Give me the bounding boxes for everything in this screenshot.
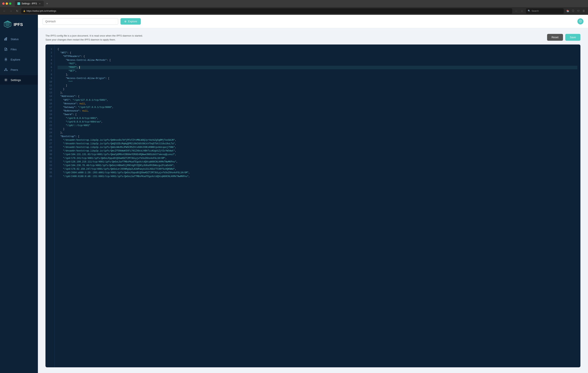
sidebar-item-status[interactable]: Status xyxy=(0,34,38,44)
code-line: "Bootstrap": [ xyxy=(58,135,578,138)
traffic-lights xyxy=(2,2,11,5)
code-line: "/ip6/2604:a880:1:20::203:d001/tcp/4001/… xyxy=(58,171,578,175)
line-number: 26 xyxy=(48,138,52,142)
svg-point-15 xyxy=(5,59,6,60)
forward-button[interactable]: → xyxy=(8,9,13,13)
code-line: } xyxy=(58,87,578,91)
svg-point-17 xyxy=(4,70,5,71)
svg-line-19 xyxy=(5,70,6,70)
tab-close-button[interactable]: ✕ xyxy=(38,2,41,5)
line-number: 9 xyxy=(48,77,52,80)
ipfs-logo-icon xyxy=(4,21,11,29)
line-number: 25 xyxy=(48,135,52,138)
sidebar-item-settings[interactable]: Settings xyxy=(0,75,38,85)
app-container: IPFS Status xyxy=(0,15,588,373)
line-number: 27 xyxy=(48,142,52,145)
line-number: 2 xyxy=(48,51,52,55)
explore-button[interactable]: ⊕ Explore xyxy=(120,18,141,25)
explore-input[interactable] xyxy=(42,18,118,25)
code-line: "/ip6/::/tcp/4001" xyxy=(58,124,578,127)
back-button[interactable]: ← xyxy=(2,9,7,13)
code-line: ] xyxy=(58,84,578,87)
explore-icon xyxy=(4,57,8,62)
svg-point-18 xyxy=(7,70,7,71)
code-line: { xyxy=(58,48,578,51)
line-number: 10 xyxy=(48,80,52,84)
code-line: "NoAnnounce": null, xyxy=(58,109,578,113)
reset-button[interactable]: Reset xyxy=(547,34,563,41)
line-number: 8 xyxy=(48,73,52,76)
info-button[interactable]: ⓘ xyxy=(578,18,583,24)
files-icon xyxy=(4,47,8,51)
code-line: "Access-Control-Allow-Origin": [ xyxy=(58,77,578,80)
sidebar-navigation: Status Files xyxy=(0,34,38,85)
library-icon[interactable]: 📚 xyxy=(565,9,570,13)
minimize-traffic-light[interactable] xyxy=(6,2,8,5)
code-content[interactable]: { "API": { "HTTPHeaders": { "Access-Cont… xyxy=(54,44,580,367)
sidebar-item-peers[interactable]: Peers xyxy=(0,65,38,74)
fullscreen-traffic-light[interactable] xyxy=(9,2,11,5)
code-line: "/ip4/0.0.0.0/tcp/4004/ws", xyxy=(58,120,578,124)
identity-icon[interactable]: ⓘ xyxy=(571,9,576,13)
code-line: "/ip4/104.131.131.82/tcp/4001/ipfs/QmaCp… xyxy=(58,153,578,156)
code-line: "PUT", xyxy=(58,62,578,66)
sidebar: IPFS Status xyxy=(0,15,38,373)
code-line: "/ip4/128.199.219.111/tcp/4001/ipfs/QmSo… xyxy=(58,160,578,164)
sidebar-item-files[interactable]: Files xyxy=(0,44,38,54)
close-traffic-light[interactable] xyxy=(2,2,5,5)
more-options-icon[interactable]: ··· xyxy=(514,9,519,13)
shield-icon[interactable]: 🛡 xyxy=(576,9,581,13)
line-number: 23 xyxy=(48,127,52,131)
code-line: "/dnsaddr/bootstrap.libp2p.io/ipfs/QmNno… xyxy=(58,138,578,142)
line-number: 33 xyxy=(48,164,52,167)
hamburger-menu-icon[interactable]: ☰ xyxy=(581,9,586,13)
code-line: "Announce": null, xyxy=(58,102,578,106)
code-line: "/dnsaddr/bootstrap.libp2p.io/ipfs/QmcZf… xyxy=(58,149,578,153)
line-number: 32 xyxy=(48,160,52,164)
line-number: 28 xyxy=(48,145,52,149)
line-number: 30 xyxy=(48,153,52,156)
code-line: ], xyxy=(58,73,578,76)
line-number: 34 xyxy=(48,167,52,171)
svg-point-16 xyxy=(5,68,6,70)
code-line: "GET", xyxy=(58,69,578,73)
chart-icon xyxy=(4,37,8,41)
code-editor[interactable]: 1234567891011121314151617181920212223242… xyxy=(45,44,580,367)
code-line: "API": "/ip4/127.0.0.1/tcp/5001", xyxy=(58,98,578,102)
code-line: "Access-Control-Allow-Methods": [ xyxy=(58,59,578,62)
bookmark-icon[interactable]: ☆ xyxy=(519,9,524,13)
line-number: 31 xyxy=(48,156,52,160)
save-button[interactable]: Save xyxy=(565,34,580,41)
sidebar-item-explore[interactable]: Explore xyxy=(0,55,38,64)
line-number: 20 xyxy=(48,117,52,120)
search-icon: 🔍 xyxy=(528,10,530,12)
search-bar[interactable]: 🔍 Search xyxy=(526,8,564,14)
line-number: 21 xyxy=(48,120,52,124)
address-bar: ← → ↻ 🔒 https://webui.ipfs.io/#/settings… xyxy=(0,7,588,15)
line-number: 4 xyxy=(48,59,52,62)
line-number: 18 xyxy=(48,109,52,113)
logo-text: IPFS xyxy=(14,22,23,27)
line-number: 15 xyxy=(48,98,52,102)
url-bar[interactable]: 🔒 https://webui.ipfs.io/#/settings xyxy=(21,8,512,14)
lock-icon: 🔒 xyxy=(23,10,25,12)
settings-label: Settings xyxy=(10,78,21,82)
line-number: 19 xyxy=(48,113,52,116)
code-line: "*" xyxy=(58,80,578,84)
line-number: 17 xyxy=(48,106,52,109)
settings-description: The IPFS config file is a json document.… xyxy=(45,34,143,42)
line-number: 12 xyxy=(48,87,52,91)
reload-button[interactable]: ↻ xyxy=(15,9,20,13)
explore-label: Explore xyxy=(10,58,20,61)
code-line: "/ip4/179.241/tcp/4001/ipfs/QmSoLPppuBtQ… xyxy=(58,156,578,160)
new-tab-button[interactable]: + xyxy=(44,1,50,6)
active-tab[interactable]: Settings - IPFS ✕ xyxy=(15,1,44,6)
line-number: 6 xyxy=(48,66,52,69)
url-text: https://webui.ipfs.io/#/settings xyxy=(27,10,56,12)
line-number: 29 xyxy=(48,149,52,153)
main-content: ⊕ Explore ⓘ The IPFS config file is a js… xyxy=(38,15,588,373)
tab-bar: Settings - IPFS ✕ + xyxy=(15,1,586,6)
line-number: 22 xyxy=(48,124,52,127)
line-number: 5 xyxy=(48,62,52,66)
code-line: "/ip4/178.62.158.247/tcp/4001/ipfs/QmSoL… xyxy=(58,167,578,171)
